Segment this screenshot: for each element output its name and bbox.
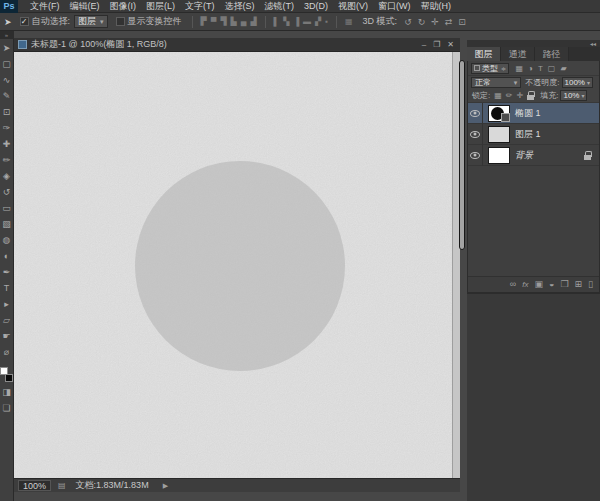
menu-type[interactable]: 文字(T)	[180, 0, 220, 13]
page-proxy-icon[interactable]: ▤	[58, 481, 66, 490]
menu-filter[interactable]: 滤镜(T)	[260, 0, 300, 13]
move-tool[interactable]: ➤	[3, 44, 11, 53]
3d-drag-icon[interactable]: ✛	[431, 17, 439, 27]
photoshop-logo[interactable]: Ps	[0, 0, 18, 13]
eraser-tool[interactable]: ▭	[2, 204, 11, 213]
lock-image-icon[interactable]: ✏	[506, 91, 513, 100]
3d-roll-icon[interactable]: ↻	[418, 17, 426, 27]
menu-layer[interactable]: 图层(L)	[141, 0, 180, 13]
zoom-level-field[interactable]: 100%	[18, 480, 51, 491]
toolbar-collapse-icon[interactable]: »	[0, 31, 14, 39]
move-tool-icon[interactable]: ➤	[4, 17, 12, 27]
gradient-tool[interactable]: ▧	[2, 220, 11, 229]
path-select-tool[interactable]: ▸	[4, 300, 9, 309]
layer-thumbnail[interactable]	[488, 147, 510, 164]
align-right-icon[interactable]: ▜	[220, 17, 226, 26]
canvas[interactable]	[14, 52, 452, 478]
minimize-button[interactable]: ‒	[422, 40, 426, 49]
align-left-icon[interactable]: ▛	[201, 17, 207, 26]
filter-kind-dropdown[interactable]: 类型 ≑	[471, 63, 509, 74]
3d-scale-icon[interactable]: ⊡	[458, 17, 466, 27]
distribute-top-icon[interactable]: ▌	[274, 17, 280, 26]
delete-layer-icon[interactable]: ▯	[588, 280, 593, 289]
zoom-tool[interactable]: ⌀	[4, 348, 9, 357]
layer-row-layer1[interactable]: 图层 1	[468, 124, 599, 145]
filter-shape-layers-icon[interactable]: ▢	[548, 64, 556, 73]
eye-icon[interactable]	[470, 152, 480, 159]
quick-select-tool[interactable]: ✎	[3, 92, 11, 101]
menu-3d[interactable]: 3D(D)	[299, 0, 333, 13]
background-color-swatch[interactable]	[5, 374, 13, 382]
layer-name[interactable]: 图层 1	[515, 128, 599, 141]
menu-edit[interactable]: 编辑(E)	[65, 0, 105, 13]
auto-select-checkbox[interactable]: ✓	[20, 17, 29, 26]
blend-mode-dropdown[interactable]: 正常 ▾	[471, 77, 521, 88]
dodge-tool[interactable]: ◐	[4, 252, 9, 261]
filter-adjustment-layers-icon[interactable]: ◑	[528, 64, 533, 73]
layer-thumbnail[interactable]	[488, 126, 510, 143]
lock-all-icon[interactable]	[527, 91, 534, 100]
distribute-left-icon[interactable]: ▬	[303, 17, 311, 26]
quick-mask-button[interactable]: ◨	[2, 388, 11, 397]
filter-type-layers-icon[interactable]: T	[538, 64, 543, 73]
menu-view[interactable]: 视图(V)	[333, 0, 373, 13]
tab-channels[interactable]: 通道	[501, 47, 535, 61]
show-transform-checkbox[interactable]	[116, 17, 125, 26]
layer-name[interactable]: 椭圆 1	[515, 107, 599, 120]
menu-window[interactable]: 窗口(W)	[373, 0, 416, 13]
menu-select[interactable]: 选择(S)	[220, 0, 260, 13]
layer-row-ellipse[interactable]: 椭圆 1	[468, 103, 599, 124]
new-layer-icon[interactable]: ⊞	[575, 280, 583, 289]
distribute-right-icon[interactable]: ▪	[325, 17, 328, 26]
visibility-cell[interactable]	[468, 124, 483, 145]
3d-slide-icon[interactable]: ⇄	[445, 17, 453, 27]
layer-name[interactable]: 背景	[515, 149, 584, 162]
workspace-icon[interactable]: ▦	[345, 17, 353, 26]
lock-transparency-icon[interactable]: ▦	[494, 91, 502, 100]
menu-image[interactable]: 图像(I)	[105, 0, 142, 13]
tab-paths[interactable]: 路径	[535, 47, 569, 61]
vertical-scrollbar[interactable]	[452, 52, 460, 478]
crop-tool[interactable]: ⊡	[3, 108, 11, 117]
lock-position-icon[interactable]: ✛	[517, 91, 524, 100]
align-top-icon[interactable]: ▙	[231, 17, 237, 26]
align-center-h-icon[interactable]: ▀	[211, 17, 217, 26]
blur-tool[interactable]: ◍	[3, 236, 11, 245]
eyedropper-tool[interactable]: ✑	[3, 124, 11, 133]
screen-mode-button[interactable]: ❏	[2, 404, 10, 413]
collapse-panels-icon[interactable]: ◂◂	[590, 41, 596, 47]
status-flyout-arrow[interactable]: ▶	[163, 482, 168, 490]
layer-thumbnail[interactable]	[488, 105, 510, 122]
fill-field[interactable]: 10% ▾	[560, 90, 587, 101]
align-center-v-icon[interactable]: ▄	[241, 17, 247, 26]
type-tool[interactable]: T	[4, 284, 10, 293]
scrollbar-thumb[interactable]	[459, 60, 465, 250]
history-brush-tool[interactable]: ↺	[3, 188, 11, 197]
distribute-vcenter-icon[interactable]: ▚	[283, 17, 289, 26]
tab-layers[interactable]: 图层	[467, 47, 501, 61]
marquee-tool[interactable]: ▢	[2, 60, 11, 69]
pen-tool[interactable]: ✒	[3, 268, 11, 277]
align-bottom-icon[interactable]: ▟	[250, 17, 256, 26]
layer-row-background[interactable]: 背景	[468, 145, 599, 166]
3d-rotate-icon[interactable]: ↺	[404, 17, 412, 27]
opacity-field[interactable]: 100% ▾	[562, 77, 593, 88]
menu-help[interactable]: 帮助(H)	[416, 0, 457, 13]
layer-mask-icon[interactable]: ▣	[534, 280, 543, 289]
new-group-icon[interactable]: ❒	[560, 280, 568, 289]
foreground-color-swatch[interactable]	[0, 367, 8, 375]
adjustment-layer-icon[interactable]: ◒	[549, 280, 554, 289]
link-layers-icon[interactable]: ∞	[510, 280, 516, 289]
document-title-bar[interactable]: 未标题-1 @ 100%(椭圆 1, RGB/8) ‒ ❐ ✕	[14, 38, 460, 52]
filter-smart-objects-icon[interactable]: ▰	[560, 64, 566, 73]
close-button[interactable]: ✕	[447, 40, 454, 49]
visibility-cell[interactable]	[468, 145, 483, 166]
eye-icon[interactable]	[470, 131, 480, 138]
distribute-hcenter-icon[interactable]: ▞	[315, 17, 321, 26]
layer-style-icon[interactable]: fx	[522, 280, 528, 289]
restore-button[interactable]: ❐	[433, 40, 440, 49]
menu-file[interactable]: 文件(F)	[25, 0, 65, 13]
healing-brush-tool[interactable]: ✚	[3, 140, 11, 149]
hand-tool[interactable]: ☛	[2, 332, 10, 341]
clone-stamp-tool[interactable]: ◈	[3, 172, 10, 181]
